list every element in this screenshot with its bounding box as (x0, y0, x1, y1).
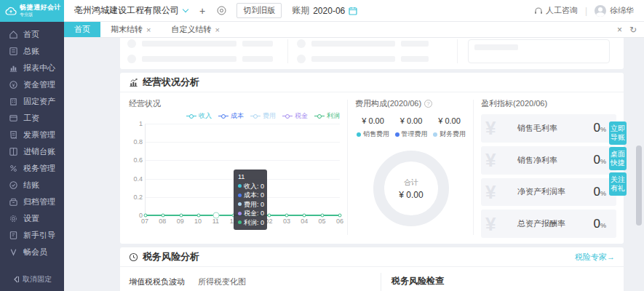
expense-stat-finance: ¥ 0.00 财务费用 (433, 116, 466, 139)
close-tab-icon[interactable]: × (215, 25, 219, 34)
donut-total-value: ¥ 0.00 (399, 190, 423, 200)
page-scrollbar (635, 38, 643, 291)
stat-dot-icon (395, 132, 399, 137)
sidebar-item-funds[interactable]: 资金管理 (0, 76, 64, 93)
vip-icon (9, 247, 18, 257)
user-menu[interactable]: 徐绵华 (595, 5, 634, 17)
tooltip-dot-icon (238, 202, 242, 206)
sidebar-item-reports[interactable]: 报表中心 (0, 60, 64, 76)
expense-panel: 费用构成(2020/06) ? ¥ 0.00 销售费用 ¥ 0.00 管理费用 (348, 92, 473, 242)
profit-title: 盈利指标(2020/06) (481, 98, 616, 109)
sidebar-item-fixed-assets[interactable]: 固定资产 (0, 93, 64, 110)
watermark-icon: ¥ (485, 149, 496, 172)
notice-card (468, 39, 610, 63)
tab-custom-closing[interactable]: 自定义结转 × (161, 22, 229, 37)
refresh-icon[interactable]: ↻ (629, 25, 637, 35)
profit-panel: 盈利指标(2020/06) ¥ 销售毛利率 0% ¥ 销售净利率 0% (474, 92, 624, 242)
headset-icon (534, 7, 543, 15)
period-selector[interactable]: 账期 2020-06 (292, 4, 357, 17)
logo-title: 畅捷通好会计 (20, 4, 61, 11)
check-cycle-icon (9, 180, 18, 190)
business-analysis-card: 经营状况分析 经营状况 收入 成本 费用 税金 利润 1 (120, 73, 624, 244)
legend-marker-icon (186, 114, 196, 118)
tab-period-closing[interactable]: 期末结转 × (100, 22, 161, 37)
profit-row-equity-return: ¥ 净资产利润率 0% (481, 178, 616, 207)
help-icon[interactable]: ? (424, 100, 432, 108)
main-content: 经营状况分析 经营状况 收入 成本 费用 税金 利润 1 (64, 38, 633, 291)
company-selector[interactable]: 亳州鸿城建设工程有限公司 (74, 4, 188, 17)
legend-item-profit[interactable]: 利润 (314, 111, 340, 121)
period-value: 2020-06 (313, 6, 345, 16)
legend-item-income[interactable]: 收入 (186, 111, 212, 121)
period-label: 账期 (292, 4, 309, 17)
desktop-shortcut-button[interactable]: 桌面快捷 (609, 147, 627, 170)
sidebar: 首页 总账 报表中心 资金管理 固定资产 工资 (0, 22, 64, 291)
sidebar-item-closing[interactable]: 结账 (0, 177, 64, 194)
clock-icon (129, 252, 138, 262)
business-chart-panel[interactable]: 经营状况 收入 成本 费用 税金 利润 1 0.8 0.6 0.4 (120, 92, 347, 242)
tax-check-title: 税务风险检查 (391, 275, 444, 291)
sidebar-item-ledger[interactable]: 总账 (0, 43, 64, 60)
expense-stat-admin: ¥ 0.00 管理费用 (395, 116, 428, 139)
switch-old-version-button[interactable]: 切到旧版 (236, 3, 282, 18)
logo-subtitle: 专业版 (20, 12, 61, 17)
sidebar-item-member[interactable]: 畅会员 (0, 244, 64, 260)
avatar (595, 5, 606, 17)
sidebar-item-guide[interactable]: 新手引导 (0, 227, 64, 244)
tooltip-dot-icon (238, 194, 242, 197)
expense-title: 费用构成(2020/06) (355, 98, 421, 109)
follow-gift-button[interactable]: 关注有礼 (609, 172, 627, 196)
ledger-icon (9, 47, 18, 56)
close-all-tabs-icon[interactable]: × (617, 25, 622, 35)
unpin-sidebar-button[interactable]: 取消固定 (0, 268, 64, 291)
tooltip-title: 11 (238, 172, 263, 182)
support-label: 人工咨询 (546, 5, 578, 16)
company-name: 亳州鸿城建设工程有限公司 (74, 4, 179, 17)
tab-vat-fluctuation[interactable]: 增值税税负波动 (129, 276, 185, 291)
legend-item-tax[interactable]: 税金 (282, 111, 308, 121)
book-icon (9, 147, 18, 156)
sidebar-item-payroll[interactable]: 工资 (0, 110, 64, 127)
sidebar-item-inventory[interactable]: 进销台账 (0, 143, 64, 160)
tab-income-tax-trend[interactable]: 所得税变化图 (198, 276, 246, 291)
stat-dot-icon (433, 132, 437, 137)
legend-item-cost[interactable]: 成本 (218, 111, 244, 121)
username: 徐绵华 (610, 5, 634, 16)
legend-item-expense[interactable]: 费用 (250, 111, 276, 121)
stat-dot-icon (357, 132, 361, 137)
app-root: 畅捷通好会计 专业版 亳州鸿城建设工程有限公司 + 切到旧版 账期 2020-0… (0, 0, 644, 291)
tooltip-dot-icon (238, 220, 242, 224)
top-bar: 畅捷通好会计 专业版 亳州鸿城建设工程有限公司 + 切到旧版 账期 2020-0… (0, 0, 644, 22)
sidebar-item-home[interactable]: 首页 (0, 26, 64, 43)
badge-icon[interactable] (217, 6, 226, 15)
tooltip-dot-icon (238, 184, 242, 188)
support-link[interactable]: 人工咨询 (534, 5, 578, 16)
import-accounts-button[interactable]: 立即导账 (609, 121, 627, 145)
add-company-button[interactable]: + (199, 6, 205, 16)
sidebar-item-invoices[interactable]: 发票管理 (0, 127, 64, 143)
tax-expert-link[interactable]: 税险专家→ (575, 252, 615, 263)
sidebar-item-tax[interactable]: 税务管理 (0, 160, 64, 177)
building-icon (9, 97, 18, 106)
sidebar-item-archive[interactable]: 归档管理 (0, 194, 64, 210)
expense-donut-chart: 合计 ¥ 0.00 (373, 151, 449, 226)
analysis-chart-icon (129, 78, 138, 87)
calendar-icon (349, 7, 357, 15)
donut-total-label: 合计 (399, 178, 423, 188)
close-tab-icon[interactable]: × (146, 25, 151, 34)
section-title: 经营状况分析 (143, 76, 199, 89)
tab-home[interactable]: 首页 (64, 22, 100, 37)
legend-marker-icon (314, 114, 325, 118)
card-icon (9, 113, 18, 123)
bar-chart-icon (9, 63, 18, 73)
money-icon (9, 80, 18, 89)
app-logo[interactable]: 畅捷通好会计 专业版 (0, 0, 64, 22)
floating-buttons: 立即导账 桌面快捷 关注有礼 (609, 121, 627, 196)
watermark-icon: ¥ (485, 212, 496, 235)
sidebar-item-settings[interactable]: 设置 (0, 210, 64, 227)
scrollbar-thumb[interactable] (636, 146, 642, 226)
chevron-down-icon (183, 7, 188, 12)
collapse-icon (12, 276, 20, 283)
cloud-logo-icon (5, 7, 17, 15)
watermark-icon: ¥ (485, 117, 496, 140)
